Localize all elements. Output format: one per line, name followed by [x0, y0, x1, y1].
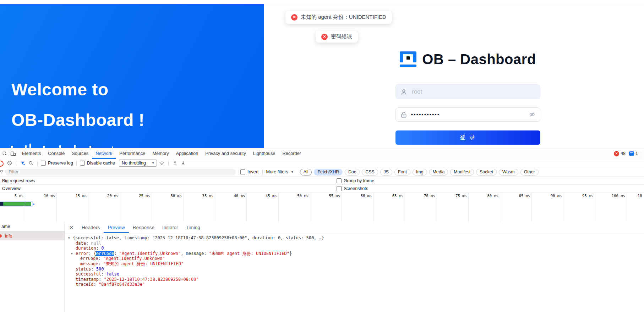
error-count-icon[interactable]: ✕	[614, 151, 619, 156]
detail-tab-timing[interactable]: Timing	[182, 222, 204, 233]
timeline-gridline	[88, 193, 88, 222]
password-mask[interactable]: •••••••••••	[411, 112, 440, 117]
eye-off-icon[interactable]	[529, 111, 535, 118]
filter-pill-doc[interactable]: Doc	[345, 169, 360, 176]
filter-pill-media[interactable]: Media	[429, 169, 448, 176]
export-har-icon[interactable]	[180, 160, 186, 166]
filter-pill-socket[interactable]: Socket	[476, 169, 497, 176]
expand-arrow-icon[interactable]: ▼	[68, 236, 70, 241]
close-icon[interactable]: ✕	[65, 224, 78, 231]
password-field[interactable]: •••••••••••	[395, 107, 540, 122]
filter-pill-wasm[interactable]: Wasm	[499, 169, 518, 176]
issues-icon[interactable]	[629, 151, 634, 156]
username-input[interactable]	[411, 88, 519, 96]
timeline-gridline	[278, 193, 279, 222]
timeline-tick-label: 75 ms	[446, 194, 467, 198]
devtools-tab-console[interactable]: Console	[44, 148, 68, 159]
network-conditions-icon[interactable]	[159, 160, 165, 166]
devtools-badges: ✕ 48 1	[614, 151, 644, 156]
timeline-gridline	[500, 193, 500, 222]
search-icon[interactable]	[28, 160, 34, 166]
timeline-tick-label: 20 ms	[98, 194, 119, 198]
throttling-select[interactable]: No throttling ▼	[119, 160, 157, 167]
clipped-text-line	[0, 143, 264, 148]
filter-pill-img[interactable]: Img	[413, 169, 427, 176]
timeline-tick-label: 90 ms	[541, 194, 562, 198]
devtools-tab-recorder[interactable]: Recorder	[279, 148, 305, 159]
record-network-log-icon[interactable]	[0, 161, 4, 167]
toast-error-icon: ✕	[291, 14, 298, 21]
clear-network-log-icon[interactable]	[6, 160, 13, 166]
timeline-tick-label: 40 ms	[224, 194, 245, 198]
import-har-icon[interactable]	[172, 160, 178, 166]
filter-pill-font[interactable]: Font	[394, 169, 410, 176]
devtools-tab-performance[interactable]: Performance	[116, 148, 149, 159]
json-preview-line: data: null	[65, 241, 644, 246]
json-preview-tree: ▼{successful: false, timestamp: "2025-12…	[65, 233, 644, 287]
timeline-gridline	[373, 193, 373, 222]
network-options-row-1: Big request rows Group by frame	[0, 177, 644, 185]
timeline-gridline	[152, 193, 152, 222]
timeline-gridline	[531, 193, 532, 222]
screenshots-checkbox[interactable]: Screenshots	[337, 186, 368, 191]
toast-agent-error: ✕ 未知的 agent 身份：UNIDENTIFIED	[285, 11, 392, 24]
request-name-header[interactable]: ame	[0, 222, 65, 232]
more-filters-button[interactable]: More filters ▼	[266, 169, 294, 174]
screen: Welcome to OB-Dashboard ! ✕ 未知的 agent 身份…	[0, 0, 644, 312]
checkbox[interactable]	[337, 178, 342, 183]
timeline-overview[interactable]: 5 ms10 ms15 ms20 ms25 ms30 ms35 ms40 ms4…	[0, 193, 644, 222]
filter-pill-other[interactable]: Other	[520, 169, 539, 176]
filter-pill-manifest[interactable]: Manifest	[450, 169, 474, 176]
toast-error-icon: ✕	[321, 34, 328, 40]
welcome-line1: Welcome to	[11, 80, 109, 99]
detail-tab-initiator[interactable]: Initiator	[158, 222, 182, 233]
overview-label: Overview	[2, 186, 21, 191]
checkbox[interactable]	[240, 169, 245, 174]
filter-icon[interactable]	[20, 160, 26, 166]
detail-tab-response[interactable]: Response	[129, 222, 158, 233]
detail-tab-preview[interactable]: Preview	[104, 222, 129, 233]
timeline-tick-label: 70 ms	[415, 194, 435, 198]
checkbox[interactable]	[41, 161, 46, 166]
preserve-log-checkbox[interactable]: Preserve log	[41, 161, 73, 166]
detail-tab-headers[interactable]: Headers	[78, 222, 104, 233]
filter-pill-fetch-xhr[interactable]: Fetch/XHR	[314, 169, 343, 176]
filter-input[interactable]: Filter	[5, 169, 236, 176]
error-count[interactable]: 48	[621, 151, 626, 156]
filter-pill-js[interactable]: JS	[380, 169, 392, 176]
expand-arrow-icon[interactable]: ▼	[71, 251, 73, 257]
timeline-tick-label-partial: 10	[638, 194, 644, 198]
devtools-tab-elements[interactable]: Elements	[18, 148, 44, 159]
invert-checkbox[interactable]: Invert	[240, 169, 259, 174]
ob-dashboard-logo-icon	[400, 51, 416, 67]
issue-count[interactable]: 1	[635, 151, 638, 156]
device-toolbar-icon[interactable]	[10, 150, 16, 157]
timeline-gridline	[215, 193, 215, 222]
devtools-tab-lighthouse[interactable]: Lighthouse	[250, 148, 279, 159]
filter-pill-css[interactable]: CSS	[362, 169, 378, 176]
timeline-tick-label: 100 ms	[605, 194, 625, 198]
devtools-tab-privacy-and-security[interactable]: Privacy and security	[202, 148, 250, 159]
username-field[interactable]	[395, 84, 540, 99]
devtools-tab-memory[interactable]: Memory	[149, 148, 172, 159]
devtools-tab-sources[interactable]: Sources	[68, 148, 92, 159]
filter-pill-all[interactable]: All	[300, 169, 312, 176]
login-title: OB – Dashboard	[422, 51, 536, 67]
devtools-tab-application[interactable]: Application	[173, 148, 202, 159]
inspect-element-icon[interactable]	[1, 150, 8, 157]
devtools-tab-network[interactable]: Network	[92, 148, 116, 159]
checkbox[interactable]	[80, 161, 85, 166]
toast-password-error: ✕ 密码错误	[316, 31, 358, 43]
timeline-tick-label: 45 ms	[256, 194, 277, 198]
checkbox[interactable]	[337, 186, 342, 191]
toast-text: 密码错误	[331, 33, 352, 40]
request-row-info[interactable]: info	[0, 232, 65, 240]
disable-cache-checkbox[interactable]: Disable cache	[80, 161, 115, 166]
group-by-frame-checkbox[interactable]: Group by frame	[337, 178, 374, 183]
chevron-down-icon: ▼	[152, 161, 155, 165]
network-options-row-2: Overview Screenshots	[0, 185, 644, 193]
timeline-gridline	[246, 193, 247, 222]
timeline-tick-label: 55 ms	[320, 194, 340, 198]
login-header: OB – Dashboard	[395, 51, 540, 68]
login-button[interactable]: 登 录	[395, 130, 540, 145]
